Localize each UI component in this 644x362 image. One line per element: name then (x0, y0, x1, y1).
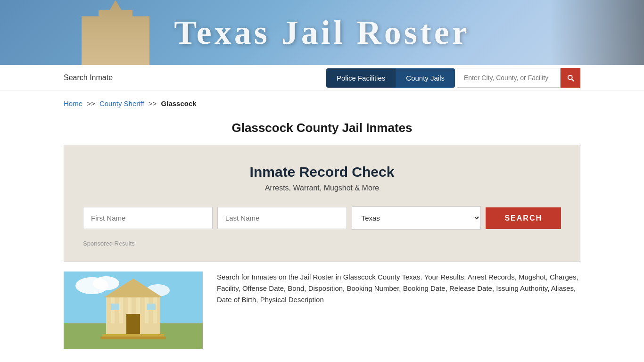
sponsored-text: Sponsored Results (83, 240, 135, 247)
svg-rect-14 (111, 304, 119, 310)
breadcrumb: Home >> County Sheriff >> Glasscock (0, 91, 644, 116)
bottom-description: Search for Inmates on the Jail Roster in… (217, 272, 580, 305)
state-select[interactable]: AlabamaAlaskaArizonaArkansasCaliforniaCo… (352, 206, 481, 230)
facility-search-input[interactable] (457, 68, 561, 88)
bottom-section: Search for Inmates on the Jail Roster in… (0, 262, 644, 359)
record-check-subtitle: Arrests, Warrant, Mugshot & More (83, 184, 561, 192)
county-building-image (64, 272, 203, 349)
svg-rect-7 (111, 297, 115, 323)
inmate-search-form: AlabamaAlaskaArizonaArkansasCaliforniaCo… (83, 206, 561, 230)
search-inmate-label: Search Inmate (64, 74, 326, 82)
breadcrumb-home[interactable]: Home (64, 99, 83, 107)
inmate-search-button[interactable]: SEARCH (486, 207, 561, 229)
svg-rect-13 (126, 314, 140, 335)
svg-rect-17 (100, 337, 166, 339)
keys-illustration (550, 0, 644, 65)
svg-rect-11 (145, 297, 149, 323)
site-title: Texas Jail Roster (174, 13, 470, 52)
breadcrumb-sep-2: >> (149, 99, 157, 107)
facility-search-wrapper (457, 68, 580, 88)
svg-rect-8 (119, 297, 123, 323)
svg-point-2 (93, 276, 119, 290)
svg-rect-15 (147, 304, 156, 310)
capitol-illustration (59, 0, 172, 65)
record-check-box: Inmate Record Check Arrests, Warrant, Mu… (64, 145, 580, 262)
page-title: Glasscock County Jail Inmates (0, 121, 644, 135)
breadcrumb-sep-1: >> (87, 99, 95, 107)
building-svg (64, 272, 203, 349)
header-banner: Texas Jail Roster (0, 0, 644, 65)
police-facilities-button[interactable]: Police Facilities (326, 68, 396, 88)
record-check-heading: Inmate Record Check (83, 164, 561, 180)
last-name-input[interactable] (217, 207, 347, 229)
county-jails-button[interactable]: County Jails (396, 68, 455, 88)
facility-type-buttons: Police Facilities County Jails (326, 68, 455, 88)
svg-rect-12 (153, 297, 157, 323)
page-title-area: Glasscock County Jail Inmates (0, 116, 644, 145)
facility-search-button[interactable] (561, 68, 580, 88)
search-icon (566, 74, 575, 82)
first-name-input[interactable] (83, 207, 213, 229)
navigation-bar: Search Inmate Police Facilities County J… (0, 65, 644, 91)
breadcrumb-county-sheriff[interactable]: County Sheriff (99, 99, 144, 107)
breadcrumb-current: Glasscock (161, 99, 197, 107)
sponsored-results-label: Sponsored Results (83, 239, 561, 247)
